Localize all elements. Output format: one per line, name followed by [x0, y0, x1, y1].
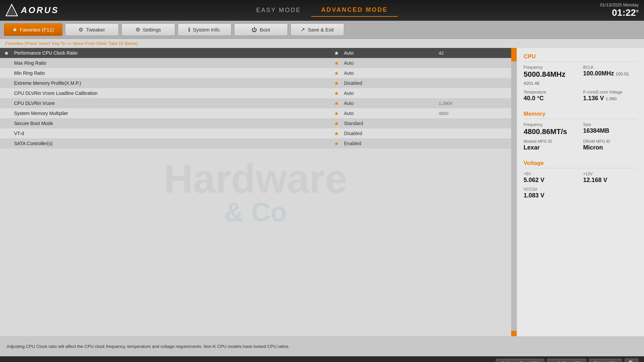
table-area: Hardware & Co ★ Performance CPU Clock Ra…: [0, 48, 511, 336]
star-icon-2: ★: [330, 118, 340, 128]
tweaker-icon: ⚙: [78, 26, 83, 33]
nav-tabs: ★ Favorites (F11) ⚙ Tweaker ⚙ Settings ℹ…: [0, 21, 644, 39]
setting-value: Auto: [340, 68, 435, 78]
star-icon: [0, 58, 10, 68]
easy-mode-button[interactable]: EASY MODE: [246, 4, 311, 16]
save-exit-icon: ↗: [301, 26, 305, 33]
star-icon: [0, 88, 10, 98]
table-row[interactable]: VT-d ★ Disabled: [0, 128, 511, 138]
table-row-empty: [0, 189, 511, 199]
setting-value: Auto: [340, 48, 435, 58]
setting-name: Performance CPU Clock Ratio: [10, 48, 330, 58]
boot-icon: ⏻: [252, 27, 257, 33]
cpu-pcore-value: 1.136 V 1.060: [583, 95, 638, 102]
star-icon-2: ★: [330, 108, 340, 118]
datetime-display: 01/13/2025 Monday 01:22®: [600, 2, 639, 18]
table-row[interactable]: Max Ring Ratio ★ Auto: [0, 58, 511, 68]
table-row[interactable]: Min Ring Ratio ★ Auto: [0, 68, 511, 78]
bottom-description: Adjusting CPU Clock ratio will affect th…: [0, 336, 644, 356]
setting-value: Auto: [340, 98, 435, 108]
table-row-empty: [0, 229, 511, 239]
setting-value2: [435, 118, 511, 128]
mode-bar: EASY MODE ADVANCED MODE: [246, 4, 398, 17]
scrollbar-thumb[interactable]: [511, 48, 517, 61]
cpu-frequency-label: Frequency: [524, 65, 578, 70]
tab-boot[interactable]: ⏻ Boot: [234, 23, 288, 36]
table-row[interactable]: CPU DLVRin Vcore ★ Auto 1.290V: [0, 98, 511, 108]
settings-icon: ⚙: [136, 26, 140, 33]
setting-name: Max Ring Ratio: [10, 58, 330, 68]
tab-settings[interactable]: ⚙ Settings: [121, 23, 175, 36]
setting-name: Secure Boot Mode: [10, 118, 330, 128]
mem-module-item: Module MFG ID Lexar: [524, 139, 578, 151]
cpu-info-grid: Frequency 5000.84MHz 4201.48 BCLK 100.00…: [524, 65, 637, 104]
setting-name: VT-d: [10, 128, 330, 138]
time-display: 01:22®: [600, 7, 639, 18]
star-icon: [0, 108, 10, 118]
logo-text: AORUS: [21, 5, 59, 15]
q-flash-button[interactable]: ■ Q-Flash [F8]: [547, 359, 586, 362]
table-row-empty: [0, 269, 511, 279]
v5-value: 5.062 V: [524, 177, 578, 184]
cpu-frequency-value: 5000.84MHz 4201.48: [524, 70, 578, 86]
tab-tweaker[interactable]: ⚙ Tweaker: [65, 23, 119, 36]
vccsa-label: VCCSA: [524, 187, 578, 192]
cpu-bclk-value: 100.00MHz 100.01: [583, 70, 638, 77]
setting-name: SATA Controller(s): [10, 138, 330, 148]
table-row-empty: [0, 209, 511, 219]
smart-fan-button[interactable]: ❄ Smart Fan 6 [F6]: [496, 359, 545, 362]
mem-module-value: Lexar: [524, 144, 578, 151]
v12-value: 12.168 V: [583, 177, 638, 184]
star-icon-2: ★: [330, 88, 340, 98]
scrollbar-bottom[interactable]: [511, 331, 517, 336]
setting-value: Disabled: [340, 78, 435, 88]
setting-name: System Memory Multiplier: [10, 108, 330, 118]
favorites-header: Favorites (Press 'Insert' Key To +/- Ite…: [0, 39, 644, 48]
vccsa-value: 1.083 V: [524, 192, 578, 199]
setting-value2: [435, 78, 511, 88]
memory-title: Memory: [524, 111, 637, 119]
table-row[interactable]: ★ Performance CPU Clock Ratio ★ Auto 42: [0, 48, 511, 58]
table-row[interactable]: Secure Boot Mode ★ Standard: [0, 118, 511, 128]
voltage-info-grid: +5V 5.062 V +12V 12.168 V VCCSA 1.083 V: [524, 172, 637, 201]
star-icon: [0, 68, 10, 78]
table-row-empty: [0, 199, 511, 209]
left-panel-inner: Hardware & Co ★ Performance CPU Clock Ra…: [0, 48, 517, 336]
setting-value2: [435, 68, 511, 78]
table-row[interactable]: CPU DLVRin Vcore Loadline Calibration ★ …: [0, 88, 511, 98]
scrollbar[interactable]: [511, 48, 517, 336]
help-icon: ?: [594, 360, 597, 362]
tab-favorites[interactable]: ★ Favorites (F11): [4, 23, 62, 36]
setting-value: Enabled: [340, 138, 435, 148]
table-row[interactable]: Extreme Memory Profile(X.M.P.) ★ Disable…: [0, 78, 511, 88]
voltage-title: Voltage: [524, 160, 637, 168]
cpu-temp-value: 40.0 °C: [524, 95, 578, 102]
main-content: Hardware & Co ★ Performance CPU Clock Ra…: [0, 48, 644, 336]
memory-info-grid: Frequency 4800.86MT/s Size 16384MB Modul…: [524, 122, 637, 153]
table-row-empty: [0, 259, 511, 269]
mem-dram-label: DRAM MFG ID: [583, 139, 638, 144]
help-button[interactable]: ? Help (F1): [589, 359, 622, 362]
date-display: 01/13/2025 Monday: [600, 2, 639, 7]
tab-save-exit[interactable]: ↗ Save & Exit: [290, 23, 344, 36]
star-icon: [0, 98, 10, 108]
star-icon: [0, 128, 10, 138]
star-icon-2: ★: [330, 138, 340, 148]
search-icon: 🔍: [628, 360, 635, 362]
setting-name: Min Ring Ratio: [10, 68, 330, 78]
setting-value: Disabled: [340, 128, 435, 138]
table-row[interactable]: System Memory Multiplier ★ Auto 4800: [0, 108, 511, 118]
cpu-bclk-item: BCLK 100.00MHz 100.01: [583, 65, 638, 86]
tab-system-info[interactable]: ℹ System Info.: [178, 23, 231, 36]
star-icon-2: ★: [330, 58, 340, 68]
setting-value2: [435, 88, 511, 98]
settings-table: ★ Performance CPU Clock Ratio ★ Auto 42 …: [0, 48, 511, 289]
search-button[interactable]: 🔍: [625, 358, 639, 362]
advanced-mode-button[interactable]: ADVANCED MODE: [311, 4, 398, 17]
table-row[interactable]: SATA Controller(s) ★ Enabled: [0, 138, 511, 148]
left-panel: Hardware & Co ★ Performance CPU Clock Ra…: [0, 48, 517, 336]
top-bar: AORUS EASY MODE ADVANCED MODE 01/13/2025…: [0, 0, 644, 21]
star-icon: ★: [0, 48, 10, 58]
setting-value2: 1.290V: [435, 98, 511, 108]
mem-module-label: Module MFG ID: [524, 139, 578, 144]
